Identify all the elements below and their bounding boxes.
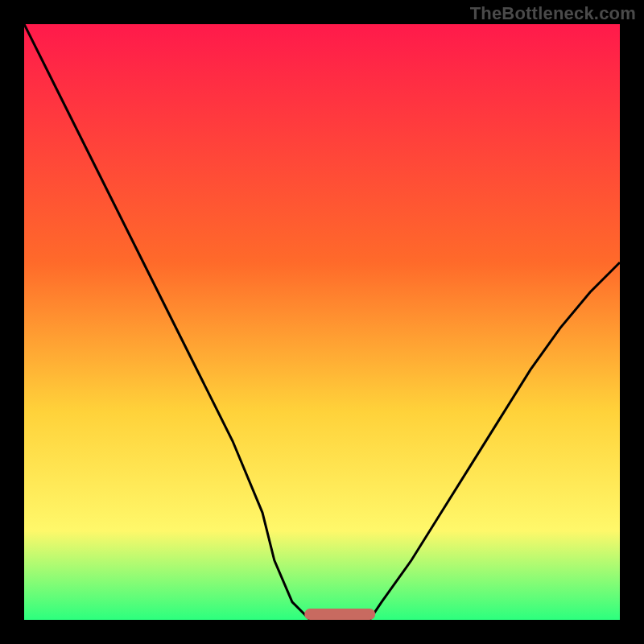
watermark-text: TheBottleneck.com [470, 3, 636, 24]
chart-frame: TheBottleneck.com [0, 0, 644, 644]
bottleneck-chart [24, 24, 620, 620]
plot-area [24, 24, 620, 620]
gradient-background [24, 24, 620, 620]
